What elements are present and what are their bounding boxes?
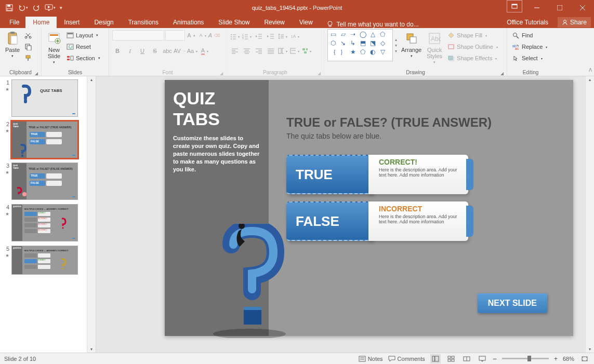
columns-button[interactable]: ▾ [278,46,288,56]
align-text-button[interactable]: ▾ [289,46,300,56]
shape-outline-button[interactable]: Shape Outline▾ [445,42,500,52]
decrease-indent-button[interactable] [254,31,264,42]
tell-me-search[interactable]: Tell me what you want to do... [326,21,419,28]
text-shadow-button[interactable]: abc [162,46,173,56]
thumb-3[interactable]: 3★ QUIZTABS TRUE or FALSE? (FALSE ANSWER… [0,159,96,201]
office-tutorials-link[interactable]: Office Tutorials [499,17,556,28]
tab-home[interactable]: Home [25,17,57,28]
drawing-dialog-launcher[interactable]: ◢ [500,71,504,76]
zoom-slider[interactable] [502,358,549,359]
font-name-combo[interactable] [112,30,164,41]
reading-view-button[interactable] [461,354,472,363]
notes-button[interactable]: Notes [359,356,383,362]
start-slideshow-button[interactable]: ▾ [44,2,56,14]
format-painter-button[interactable] [23,53,33,63]
slide[interactable]: QUIZ TABS Customize these slides to crea… [165,80,573,336]
tab-slideshow[interactable]: Slide Show [211,17,257,28]
thumb-2[interactable]: 2★ QUIZTABS TRUE or FALSE? (TRUE ANSWER)… [0,118,96,159]
copy-button[interactable] [23,42,33,52]
tab-view[interactable]: View [292,17,320,28]
maximize-button[interactable] [548,0,571,15]
thumb-1[interactable]: 1★ QUIZ TABS [0,76,96,118]
tab-review[interactable]: Review [257,17,292,28]
text-direction-button[interactable]: ↕A▾ [289,31,300,42]
replace-button[interactable]: abacReplace▾ [510,42,551,52]
close-button[interactable] [571,0,594,15]
underline-button[interactable]: U [137,46,148,56]
select-button[interactable]: Select▾ [510,53,551,63]
tab-animations[interactable]: Animations [166,17,211,28]
slide-desc: Customize these slides to create your ow… [165,130,269,177]
share-button[interactable]: Share [558,17,591,28]
slide-counter[interactable]: Slide 2 of 10 [4,356,36,362]
fit-to-window-button[interactable] [579,354,590,363]
zoom-level[interactable]: 68% [563,356,574,362]
font-dialog-launcher[interactable]: ◢ [220,71,223,76]
bold-button[interactable]: B [112,46,123,56]
font-size-combo[interactable] [165,30,185,41]
clipboard-dialog-launcher[interactable]: ◢ [35,71,38,76]
normal-view-button[interactable] [430,354,441,363]
thumb-4[interactable]: 4★ QUESTION MULTIPLE CHOICE — ANSWER 1 C… [0,201,96,242]
shape-effects-button[interactable]: Shape Effects▾ [445,53,500,63]
customize-qat-button[interactable]: ▾ [57,2,64,14]
svg-point-10 [328,21,332,25]
clear-formatting-button[interactable]: A⌫ [209,30,219,41]
tab-design[interactable]: Design [87,17,121,28]
new-slide-button[interactable]: New Slide▾ [45,29,63,64]
shapes-more-button[interactable]: ▾ [395,49,397,53]
svg-rect-24 [68,33,73,34]
thumbnails-scrollbar[interactable]: ▴▾ [87,76,96,353]
svg-rect-78 [448,45,454,49]
decrease-font-button[interactable]: A▾ [197,30,208,41]
quick-styles-button[interactable]: Abc Quick Styles▾ [425,29,444,64]
section-button[interactable]: Section▾ [64,53,102,63]
strikethrough-button[interactable]: S [150,46,160,56]
align-right-button[interactable] [254,46,264,56]
slideshow-view-button[interactable] [477,354,487,363]
ribbon-display-options-button[interactable] [507,0,522,12]
increase-font-button[interactable]: A▴ [186,30,196,41]
arrange-button[interactable]: Arrange▾ [399,29,424,58]
group-font: A▴ A▾ A⌫ B I U S abc AV↔ Aa▾ A▾ Font◢ [109,28,227,76]
align-center-button[interactable] [242,46,252,56]
zoom-out-button[interactable]: − [493,355,497,363]
numbering-button[interactable]: 123▾ [242,31,252,42]
tab-transitions[interactable]: Transitions [121,17,166,28]
increase-indent-button[interactable] [266,31,276,42]
shape-fill-button[interactable]: Shape Fill▾ [445,30,500,41]
bullets-button[interactable]: ▾ [230,31,240,42]
italic-button[interactable]: I [125,46,135,56]
font-color-button[interactable]: A▾ [200,46,210,56]
tab-insert[interactable]: Insert [57,17,87,28]
thumb-5[interactable]: 5★ QUESTION MULTIPLE CHOICE — ANSWER 2 C… [0,242,96,275]
new-slide-label: New Slide [48,47,60,59]
align-left-button[interactable] [230,46,240,56]
shapes-scroll-up[interactable]: ▴ [395,37,397,42]
collapse-ribbon-button[interactable]: ᐱ [589,68,592,73]
zoom-in-button[interactable]: + [554,355,558,362]
paragraph-dialog-launcher[interactable]: ◢ [318,71,321,76]
undo-button[interactable]: ▾ [17,2,29,14]
change-case-button[interactable]: Aa▾ [187,46,197,56]
cut-button[interactable] [23,30,33,41]
reset-button[interactable]: Reset [64,42,102,52]
justify-button[interactable] [266,46,276,56]
shapes-gallery[interactable]: ▭▱➝◯△⬠ ⬡↘↳⬒⬔◇ ｛｝★⬠◐▽ [327,29,393,61]
redo-button[interactable] [30,2,43,14]
line-spacing-button[interactable]: ▾ [278,31,288,42]
canvas-scrollbar[interactable]: ▴▾ [585,76,594,353]
smartart-button[interactable]: ▾ [301,46,312,56]
layout-button[interactable]: Layout▾ [64,30,102,41]
paste-button[interactable]: Paste ▾ [3,29,22,58]
slide-canvas-area[interactable]: QUIZ TABS Customize these slides to crea… [96,76,594,353]
comments-button[interactable]: Comments [388,356,425,362]
save-button[interactable] [3,2,16,14]
find-button[interactable]: Find [510,30,551,41]
slide-sorter-view-button[interactable] [446,354,456,363]
char-spacing-button[interactable]: AV↔ [175,46,185,56]
tab-file[interactable]: File [3,17,25,28]
shapes-scroll-down[interactable]: ▾ [395,43,397,48]
minimize-button[interactable] [525,0,548,15]
svg-rect-14 [11,36,17,44]
